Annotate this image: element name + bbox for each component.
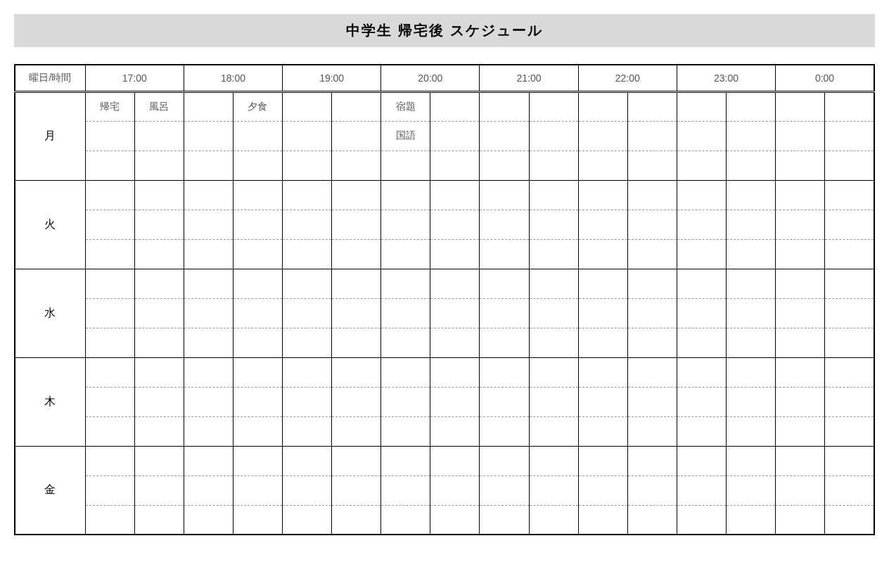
schedule-cell[interactable] [85, 239, 134, 269]
schedule-cell[interactable] [134, 239, 184, 269]
schedule-cell[interactable] [430, 446, 480, 475]
schedule-cell[interactable] [726, 121, 775, 151]
schedule-cell[interactable] [578, 239, 627, 269]
schedule-cell[interactable] [184, 475, 233, 505]
schedule-cell[interactable] [233, 121, 282, 151]
schedule-cell[interactable] [726, 416, 775, 446]
schedule-cell[interactable] [430, 298, 480, 328]
schedule-cell[interactable] [381, 387, 430, 416]
schedule-cell[interactable] [726, 180, 775, 210]
schedule-cell[interactable] [381, 475, 430, 505]
schedule-cell[interactable] [430, 328, 480, 357]
schedule-cell[interactable] [627, 239, 677, 269]
schedule-cell[interactable] [825, 298, 874, 328]
schedule-cell[interactable] [134, 446, 184, 475]
schedule-cell[interactable] [430, 357, 480, 387]
schedule-cell[interactable] [776, 505, 825, 535]
schedule-cell[interactable] [85, 298, 134, 328]
schedule-cell[interactable] [480, 328, 529, 357]
schedule-cell[interactable] [134, 121, 184, 151]
schedule-cell[interactable] [134, 180, 184, 210]
schedule-cell[interactable] [726, 151, 775, 180]
schedule-cell[interactable] [627, 357, 677, 387]
schedule-cell[interactable] [677, 121, 726, 151]
schedule-cell[interactable] [430, 387, 480, 416]
schedule-cell[interactable] [627, 475, 677, 505]
schedule-cell[interactable] [776, 180, 825, 210]
schedule-cell[interactable] [184, 505, 233, 535]
schedule-cell[interactable] [627, 210, 677, 239]
schedule-cell[interactable] [677, 328, 726, 357]
schedule-cell[interactable] [529, 328, 578, 357]
schedule-cell[interactable] [184, 91, 233, 121]
schedule-cell[interactable] [381, 416, 430, 446]
schedule-cell[interactable] [233, 210, 282, 239]
schedule-cell[interactable] [430, 151, 480, 180]
schedule-cell[interactable] [578, 328, 627, 357]
schedule-cell[interactable] [184, 357, 233, 387]
schedule-cell[interactable] [726, 475, 775, 505]
schedule-cell[interactable] [430, 475, 480, 505]
schedule-cell[interactable] [677, 416, 726, 446]
schedule-cell[interactable] [381, 505, 430, 535]
schedule-cell[interactable] [825, 269, 874, 298]
schedule-cell[interactable] [776, 475, 825, 505]
schedule-cell[interactable] [529, 416, 578, 446]
schedule-cell[interactable] [529, 239, 578, 269]
schedule-cell[interactable] [283, 357, 332, 387]
schedule-cell[interactable] [480, 446, 529, 475]
schedule-cell[interactable] [825, 121, 874, 151]
schedule-cell[interactable] [233, 446, 282, 475]
schedule-cell[interactable] [283, 151, 332, 180]
schedule-cell[interactable] [381, 210, 430, 239]
schedule-cell[interactable] [480, 180, 529, 210]
schedule-cell[interactable] [430, 416, 480, 446]
schedule-cell[interactable] [776, 269, 825, 298]
schedule-cell[interactable] [578, 416, 627, 446]
schedule-cell[interactable]: 宿題 [381, 91, 430, 121]
schedule-cell[interactable] [726, 298, 775, 328]
schedule-cell[interactable] [726, 239, 775, 269]
schedule-cell[interactable] [184, 151, 233, 180]
schedule-cell[interactable] [184, 298, 233, 328]
schedule-cell[interactable] [825, 475, 874, 505]
schedule-cell[interactable] [480, 269, 529, 298]
schedule-cell[interactable] [529, 269, 578, 298]
schedule-cell[interactable] [381, 239, 430, 269]
schedule-cell[interactable] [726, 91, 775, 121]
schedule-cell[interactable] [677, 446, 726, 475]
schedule-cell[interactable] [332, 446, 381, 475]
schedule-cell[interactable] [233, 269, 282, 298]
schedule-cell[interactable] [332, 151, 381, 180]
schedule-cell[interactable] [184, 210, 233, 239]
schedule-cell[interactable] [85, 151, 134, 180]
schedule-cell[interactable] [825, 505, 874, 535]
schedule-cell[interactable] [529, 210, 578, 239]
schedule-cell[interactable] [184, 239, 233, 269]
schedule-cell[interactable] [825, 180, 874, 210]
schedule-cell[interactable] [627, 269, 677, 298]
schedule-cell[interactable] [85, 121, 134, 151]
schedule-cell[interactable] [85, 446, 134, 475]
schedule-cell[interactable] [184, 328, 233, 357]
schedule-cell[interactable] [677, 387, 726, 416]
schedule-cell[interactable] [233, 387, 282, 416]
schedule-cell[interactable] [776, 239, 825, 269]
schedule-cell[interactable] [332, 239, 381, 269]
schedule-cell[interactable] [430, 121, 480, 151]
schedule-cell[interactable] [726, 328, 775, 357]
schedule-cell[interactable] [283, 239, 332, 269]
schedule-cell[interactable] [825, 328, 874, 357]
schedule-cell[interactable] [134, 151, 184, 180]
schedule-cell[interactable] [430, 239, 480, 269]
schedule-cell[interactable] [134, 505, 184, 535]
schedule-cell[interactable] [825, 357, 874, 387]
schedule-cell[interactable] [134, 328, 184, 357]
schedule-cell[interactable] [184, 269, 233, 298]
schedule-cell[interactable] [134, 416, 184, 446]
schedule-cell[interactable] [578, 298, 627, 328]
schedule-cell[interactable] [578, 180, 627, 210]
schedule-cell[interactable] [332, 416, 381, 446]
schedule-cell[interactable] [283, 505, 332, 535]
schedule-cell[interactable] [726, 505, 775, 535]
